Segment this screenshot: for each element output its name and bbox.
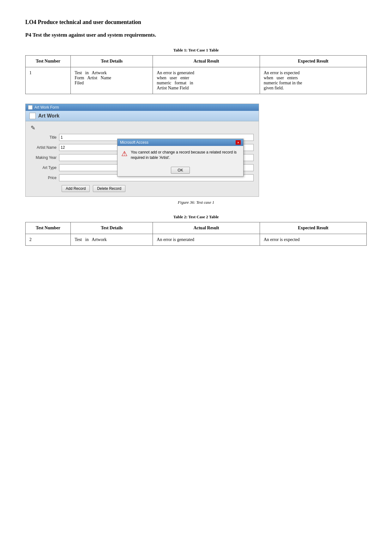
table2-header-actual: Actual Result bbox=[153, 222, 260, 234]
table2-header-expected: Expected Result bbox=[260, 222, 366, 234]
test-table-1: Test Number Test Details Actual Result E… bbox=[25, 55, 367, 94]
table2-header-number: Test Number bbox=[26, 222, 71, 234]
form-header-title: Art Work bbox=[38, 113, 59, 119]
form-header: Art Work bbox=[26, 111, 259, 121]
row2-number: 2 bbox=[26, 234, 71, 246]
form-header-icon bbox=[29, 113, 36, 119]
form-buttons: Add Record Delete Record bbox=[31, 185, 254, 192]
ms-dialog-footer: OK bbox=[118, 164, 243, 176]
row2-actual: An error is generated bbox=[153, 234, 260, 246]
row1-number: 1 bbox=[26, 67, 71, 94]
form-screenshot: Art Work Form Art Work ✎ Title Artist Na… bbox=[25, 104, 259, 197]
table1-header-actual: Actual Result bbox=[153, 56, 260, 67]
table-row: 1 Test in ArtworkForm Artist NameFiled A… bbox=[26, 67, 367, 94]
row1-details: Test in ArtworkForm Artist NameFiled bbox=[71, 67, 153, 94]
add-record-button[interactable]: Add Record bbox=[62, 185, 90, 192]
ms-dialog-message: You cannot add or change a record becaus… bbox=[131, 150, 239, 160]
row2-expected: An error is expected bbox=[260, 234, 366, 246]
form-titlebar-icon bbox=[28, 105, 33, 110]
ms-dialog-titlebar: Microsoft Access ✕ bbox=[118, 139, 243, 146]
row2-details: Test in Artwork bbox=[71, 234, 153, 246]
artist-name-label: Artist Name bbox=[31, 145, 59, 150]
ms-access-dialog: Microsoft Access ✕ ⚠ You cannot add or c… bbox=[117, 139, 244, 177]
ms-dialog-close-button[interactable]: ✕ bbox=[236, 140, 241, 145]
form-body: ✎ Title Artist Name Making Year Art Type… bbox=[26, 121, 259, 196]
form-titlebar: Art Work Form bbox=[26, 104, 259, 111]
table2-caption: Table 2: Test Case 2 Table bbox=[25, 214, 367, 220]
heading1: LO4 Produce technical and user documenta… bbox=[25, 19, 367, 26]
title-label: Title bbox=[31, 135, 59, 140]
heading2: P4 Test the system against user and syst… bbox=[25, 32, 367, 38]
price-label: Price bbox=[31, 176, 59, 180]
ms-ok-button[interactable]: OK bbox=[171, 167, 190, 174]
nav-icon: ✎ bbox=[31, 124, 254, 131]
figure1-caption: Figure 36: Test case 1 bbox=[25, 200, 367, 205]
table-row: 2 Test in Artwork An error is generated … bbox=[26, 234, 367, 246]
form-titlebar-title: Art Work Form bbox=[34, 105, 59, 110]
test-table-2: Test Number Test Details Actual Result E… bbox=[25, 222, 367, 246]
table1-header-number: Test Number bbox=[26, 56, 71, 67]
table1-caption: Table 1: Test Case 1 Table bbox=[25, 48, 367, 53]
table1-header-expected: Expected Result bbox=[260, 56, 366, 67]
table1-header-details: Test Details bbox=[71, 56, 153, 67]
ms-dialog-title: Microsoft Access bbox=[120, 140, 148, 145]
row1-actual: An error is generatedwhen user enternume… bbox=[153, 67, 260, 94]
delete-record-button[interactable]: Delete Record bbox=[93, 185, 125, 192]
art-type-label: Art Type bbox=[31, 166, 59, 170]
making-year-label: Making Year bbox=[31, 155, 59, 160]
table2-header-details: Test Details bbox=[71, 222, 153, 234]
ms-dialog-body: ⚠ You cannot add or change a record beca… bbox=[118, 146, 243, 164]
row1-expected: An error is expectedwhen user entersnume… bbox=[260, 67, 366, 94]
warning-icon: ⚠ bbox=[121, 150, 128, 158]
